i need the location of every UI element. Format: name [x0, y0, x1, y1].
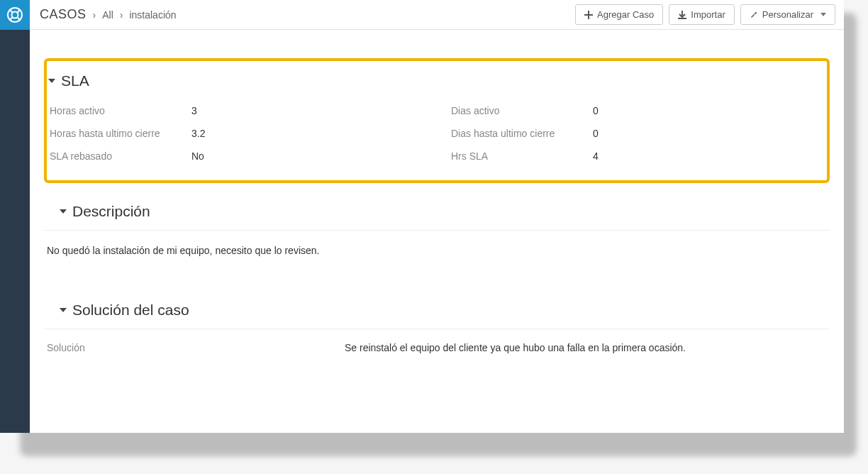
breadcrumb-all[interactable]: All [102, 9, 113, 21]
lifebuoy-icon [6, 6, 23, 23]
field-horas-activo: Horas activo 3 [50, 99, 423, 122]
chevron-right-icon: › [118, 9, 126, 21]
sla-section-header[interactable]: SLA [47, 67, 827, 99]
svg-line-2 [9, 9, 13, 13]
app-window: CASOS › All › instalación Agregar Caso I… [0, 0, 844, 433]
field-hrs-sla: Hrs SLA 4 [451, 145, 824, 167]
solution-value: Se reinstaló el equipo del cliente ya qu… [345, 342, 827, 353]
description-body: No quedó la instalación de mi equipo, ne… [44, 231, 830, 282]
svg-line-3 [17, 9, 21, 13]
solution-section-title: Solución del caso [72, 302, 189, 319]
breadcrumb: CASOS › All › instalación [40, 7, 177, 22]
customize-button[interactable]: Personalizar [740, 4, 835, 25]
plus-icon [584, 11, 593, 19]
svg-point-1 [12, 12, 18, 18]
description-section-header[interactable]: Descripción [44, 197, 830, 231]
description-section: Descripción No quedó la instalación de m… [44, 197, 830, 282]
description-section-title: Descripción [72, 203, 150, 220]
sla-section-title: SLA [61, 72, 89, 89]
import-button[interactable]: Importar [669, 4, 734, 25]
download-icon [678, 11, 686, 19]
field-horas-cierre: Horas hasta ultimo cierre 3.2 [50, 122, 423, 145]
field-dias-cierre: Dias hasta ultimo cierre 0 [451, 122, 824, 145]
solution-section-header[interactable]: Solución del caso [44, 296, 830, 329]
main-content: SLA Horas activo 3 Dias activo 0 Horas h… [30, 30, 844, 433]
sla-section: SLA Horas activo 3 Dias activo 0 Horas h… [44, 58, 830, 183]
chevron-down-icon [820, 13, 826, 16]
svg-line-4 [9, 17, 13, 21]
breadcrumb-current: instalación [129, 9, 176, 21]
solution-label: Solución [47, 342, 345, 353]
sidebar-item-cases[interactable] [0, 0, 30, 30]
field-dias-activo: Dias activo 0 [451, 99, 824, 122]
chevron-right-icon: › [91, 9, 99, 21]
module-title: CASOS [40, 7, 87, 22]
sidebar [0, 0, 30, 433]
caret-down-icon [60, 209, 67, 214]
field-sla-rebasado: SLA rebasado No [50, 145, 423, 167]
solution-section: Solución del caso Solución Se reinstaló … [44, 296, 830, 375]
page-header: CASOS › All › instalación Agregar Caso I… [30, 0, 844, 30]
wrench-icon [750, 11, 758, 19]
add-case-button[interactable]: Agregar Caso [575, 4, 663, 25]
svg-line-5 [17, 17, 21, 21]
caret-down-icon [48, 79, 55, 83]
caret-down-icon [60, 308, 67, 312]
